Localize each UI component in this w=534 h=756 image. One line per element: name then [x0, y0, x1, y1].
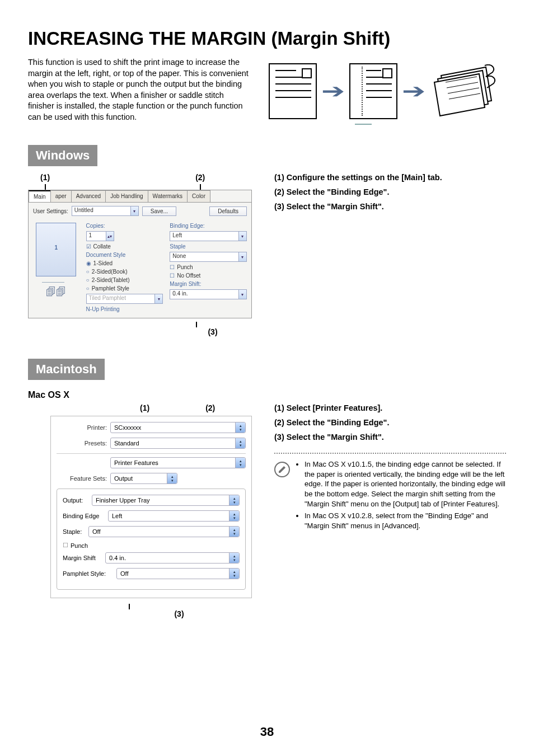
- output-select[interactable]: Finisher Upper Tray▴▾: [92, 495, 240, 506]
- printer-select[interactable]: SCxxxxxx▴▾: [110, 422, 246, 433]
- tab-main[interactable]: Main: [29, 190, 51, 202]
- arrow-right-icon: ➔: [402, 79, 425, 103]
- document-style-label: Document Style: [86, 252, 163, 258]
- mac-punch-checkbox[interactable]: Punch: [63, 542, 240, 549]
- tiled-pamphlet-select[interactable]: Tiled Pamphlet▾: [86, 294, 163, 304]
- tab-advanced[interactable]: Advanced: [71, 190, 106, 202]
- printer-label: Printer:: [57, 424, 107, 431]
- mac-pamphlet-label: Pamphlet Style:: [63, 570, 113, 577]
- binding-edge-select[interactable]: Left▾: [170, 231, 247, 241]
- output-label: Output:: [63, 497, 88, 504]
- radio-1sided[interactable]: 1-Sided: [86, 260, 163, 266]
- arrow-right-icon: ➔: [321, 79, 345, 103]
- callout-1: (1): [40, 173, 50, 182]
- radio-2sided-tablet[interactable]: 2-Sided(Tablet): [86, 277, 163, 283]
- page-number: 38: [0, 725, 534, 739]
- radio-pamphlet[interactable]: Pamphlet Style: [86, 285, 163, 292]
- feature-sets-select[interactable]: Output▴▾: [110, 473, 177, 484]
- mac-os-x-label: Mac OS X: [28, 390, 506, 400]
- user-settings-label: User Settings:: [33, 208, 68, 214]
- staple-select[interactable]: None▾: [170, 252, 247, 262]
- collate-checkbox[interactable]: Collate: [86, 243, 163, 250]
- page-before-icon: [269, 63, 317, 119]
- mac-step-3: (3) Select the "Margin Shift".: [274, 433, 506, 442]
- no-offset-checkbox[interactable]: No Offset: [170, 273, 247, 279]
- tab-job-handling[interactable]: Job Handling: [105, 190, 148, 202]
- pages-icon: 🗐🗐: [33, 287, 79, 298]
- save-button[interactable]: Save...: [142, 206, 176, 216]
- mac-staple-label: Staple:: [63, 528, 85, 535]
- tab-color[interactable]: Color: [187, 190, 210, 202]
- win-step-3: (3) Select the "Margin Shift".: [274, 202, 506, 211]
- page-after-icon: [349, 63, 397, 119]
- mac-staple-select[interactable]: Off▴▾: [88, 526, 240, 537]
- punch-checkbox[interactable]: Punch: [170, 264, 247, 270]
- callout-3: (3): [174, 327, 252, 336]
- mac-margin-select[interactable]: 0.4 in.▴▾: [105, 552, 240, 564]
- page-title: INCREASING THE MARGIN (Margin Shift): [28, 28, 506, 49]
- intro-paragraph: This function is used to shift the print…: [28, 57, 252, 123]
- callout-2: (2): [195, 173, 205, 182]
- tab-paper[interactable]: aper: [50, 190, 72, 202]
- mac-binding-select[interactable]: Left▴▾: [108, 510, 240, 522]
- radio-2sided-book[interactable]: 2-Sided(Book): [86, 269, 163, 275]
- copies-label: Copies:: [86, 223, 163, 229]
- note-2: In Mac OS X v10.2.8, select from the "Bi…: [305, 511, 506, 530]
- mac-step-1: (1) Select [Printer Features].: [274, 403, 506, 412]
- stapled-booklet-icon: [430, 64, 497, 118]
- copies-input[interactable]: 1▴▾: [86, 231, 114, 241]
- mac-step-2: (2) Select the "Binding Edge".: [274, 418, 506, 427]
- note-1: In Mac OS X v10.1.5, the binding edge ca…: [305, 459, 506, 509]
- win-step-2: (2) Select the "Binding Edge".: [274, 187, 506, 196]
- mac-binding-label: Binding Edge: [63, 513, 105, 519]
- binding-edge-label: Binding Edge:: [170, 223, 247, 229]
- windows-section-heading: Windows: [28, 145, 97, 166]
- macintosh-section-heading: Macintosh: [28, 359, 105, 380]
- notes-box: In Mac OS X v10.1.5, the binding edge ca…: [274, 453, 506, 533]
- win-step-1: (1) Configure the settings on the [Main]…: [274, 173, 506, 182]
- nup-label: N-Up Printing: [86, 306, 163, 312]
- note-icon: [274, 462, 290, 477]
- mac-callout-3: (3): [106, 609, 252, 618]
- staple-label: Staple: [170, 243, 247, 250]
- tab-watermarks[interactable]: Watermarks: [148, 190, 188, 202]
- presets-select[interactable]: Standard▴▾: [110, 438, 246, 449]
- feature-sets-label: Feature Sets:: [57, 475, 107, 482]
- mac-margin-label: Margin Shift: [63, 555, 102, 561]
- mac-pamphlet-select[interactable]: Off▴▾: [116, 568, 240, 579]
- printer-features-select[interactable]: Printer Features▴▾: [110, 457, 246, 468]
- windows-print-dialog: Main aper Advanced Job Handling Watermar…: [28, 190, 252, 318]
- mac-print-dialog: Printer: SCxxxxxx▴▾ Presets: Standard▴▾ …: [50, 416, 252, 598]
- margin-shift-select[interactable]: 0.4 in.▾: [170, 289, 247, 299]
- mac-callout-2: (2): [205, 403, 215, 412]
- user-settings-select[interactable]: Untitled▾: [72, 206, 139, 216]
- defaults-button[interactable]: Defaults: [209, 206, 247, 216]
- mac-callout-1: (1): [140, 403, 149, 412]
- margin-shift-label: Margin Shift:: [170, 281, 247, 287]
- margin-shift-diagram: ➔ ➔: [269, 57, 506, 123]
- print-preview-icon: 1: [36, 223, 76, 276]
- presets-label: Presets:: [57, 440, 107, 447]
